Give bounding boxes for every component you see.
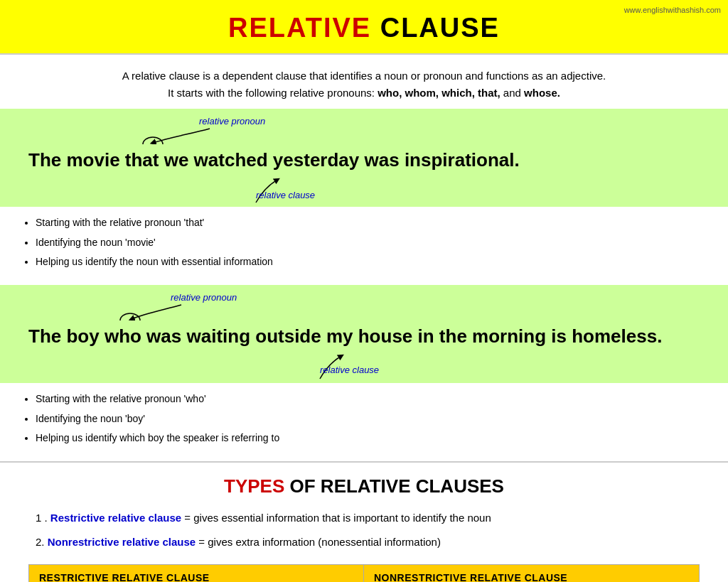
example1-rc-arrow-svg [14,176,441,207]
example1-annotation: relative pronoun [14,109,714,144]
example2-before: The boy [28,325,105,347]
types-title: TYPES OF RELATIVE CLAUSES [28,475,700,497]
comparison-table: RESTRICTIVE RELATIVE CLAUSE He is the ma… [28,564,700,582]
example1-arrow-svg [14,109,299,144]
example2-rc-label: relative clause [320,365,379,375]
restrictive-column: RESTRICTIVE RELATIVE CLAUSE He is the ma… [29,565,364,582]
page-header: RELATIVE CLAUSE [0,0,728,55]
example2-highlight: who was waiting outside my house in the … [105,325,546,347]
bullet-item: Starting with the relative pronoun 'who' [36,390,707,408]
example1-sentence: The movie that we watched yesterday was … [28,147,700,173]
watermark: www.englishwithashish.com [624,6,721,14]
example1-rc-annotation: relative clause [14,176,714,207]
nonrestrictive-header: NONRESTRICTIVE RELATIVE CLAUSE [364,565,699,582]
example2-bullet-list: Starting with the relative pronoun 'who'… [36,390,707,447]
types-list: 1 . Restrictive relative clause = gives … [28,507,700,553]
example2-sentence: The boy who was waiting outside my house… [28,323,700,349]
example2-after: is homeless. [546,325,662,347]
types-item2-link: Nonrestrictive relative clause [48,536,196,548]
definition-line1: A relative clause is a dependent clause … [28,68,700,85]
bullet-item: Helping us identify the noun with essent… [36,253,707,271]
restrictive-header: RESTRICTIVE RELATIVE CLAUSE [29,565,364,582]
types-item2-rest: = gives extra information (nonessential … [196,536,441,548]
example1-sentence-container: The movie that we watched yesterday was … [14,144,714,176]
types-item2: 2. Nonrestrictive relative clause = give… [36,532,700,553]
types-title-black: OF RELATIVE CLAUSES [284,475,504,497]
types-section: TYPES OF RELATIVE CLAUSES 1 . Restrictiv… [0,461,728,582]
example1-before: The movie [28,149,125,171]
definition-section: A relative clause is a dependent clause … [0,55,728,109]
example2-bullets: Starting with the relative pronoun 'who'… [0,383,728,461]
example2-rc-annotation: relative clause [14,352,714,383]
example2-annotation: relative pronoun [14,285,714,320]
example2-sentence-container: The boy who was waiting outside my house… [14,320,714,352]
example1-highlight: that we watched yesterday [125,149,359,171]
types-num1: 1 . [36,512,50,524]
definition-line2: It starts with the following relative pr… [28,85,700,102]
bullet-item: Identifying the noun 'boy' [36,410,707,428]
types-item1-link: Restrictive relative clause [50,512,181,524]
example1-container: relative pronoun The movie that we watch… [0,109,728,207]
bullet-item: Starting with the relative pronoun 'that… [36,214,707,232]
example2-container: relative pronoun The boy who was waiting… [0,285,728,383]
example2-arrow-svg [14,285,299,320]
types-num2: 2. [36,536,48,548]
types-item1: 1 . Restrictive relative clause = gives … [36,507,700,529]
bullet-item: Identifying the noun 'movie' [36,234,707,252]
types-title-red: TYPES [224,475,284,497]
example1-bullet-list: Starting with the relative pronoun 'that… [36,214,707,271]
page-title: RELATIVE CLAUSE [7,13,721,43]
types-item1-rest: = gives essential information that is im… [181,512,491,524]
example1-bullets: Starting with the relative pronoun 'that… [0,207,728,285]
example1-rc-label: relative clause [256,190,315,200]
example1-after: was inspirational. [359,149,519,171]
title-red: RELATIVE [228,13,371,43]
bullet-item: Helping us identify which boy the speake… [36,429,707,447]
title-black: CLAUSE [371,13,500,43]
nonrestrictive-column: NONRESTRICTIVE RELATIVE CLAUSE Did you t… [364,565,699,582]
